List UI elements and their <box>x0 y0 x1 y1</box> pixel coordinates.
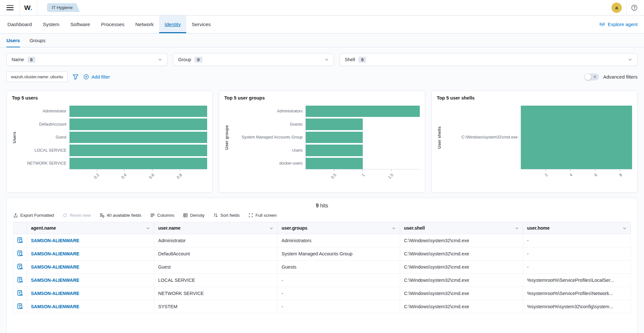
cell-user-shell: C:\Windows\system32\cmd.exe <box>400 234 523 247</box>
table-row: SAMSON-ALIENWARELOCAL SERVICE-C:\Windows… <box>14 274 631 287</box>
active-filter-pill[interactable]: wazuh.cluster.name: ubuntu <box>6 71 68 82</box>
columns-button[interactable]: Columns <box>150 213 174 218</box>
chevron-down-icon <box>628 57 632 62</box>
expand-row-icon[interactable] <box>17 276 24 283</box>
module-nav: DashboardSystemSoftwareProcessesNetworkI… <box>0 15 644 33</box>
wazuh-logo[interactable]: W. <box>24 4 33 12</box>
bar <box>70 158 207 169</box>
category-label: Guests <box>231 119 305 130</box>
avatar[interactable]: a <box>611 3 622 13</box>
signal-icon <box>599 22 605 27</box>
tool-label: Reset view <box>70 213 91 218</box>
column-header-user-shell[interactable]: user.shell <box>400 222 523 234</box>
cell-user-name: Guest <box>154 261 278 274</box>
column-header-user-name[interactable]: user.name <box>154 222 278 234</box>
agent-link[interactable]: SAMSON-ALIENWARE <box>27 261 154 274</box>
nav-tab-network[interactable]: Network <box>130 15 159 33</box>
x-tick-label: 1 <box>361 173 366 177</box>
column-header-user-home[interactable]: user.home <box>523 222 631 234</box>
tool-label: 40 available fields <box>107 213 141 218</box>
expand-row-icon[interactable] <box>17 237 24 243</box>
charts-row: Top 5 users Users AdministratorDefaultAc… <box>6 90 638 193</box>
explore-agent-button[interactable]: Explore agent <box>595 15 642 33</box>
available-fields-icon <box>100 213 104 218</box>
shell-filter-select[interactable]: Shell 0 <box>340 53 638 66</box>
results-panel: 9 hits Export FormattedReset view40 avai… <box>6 198 638 333</box>
bar <box>306 145 363 156</box>
sort-fields-button[interactable]: Sort fields <box>213 213 240 218</box>
close-icon <box>593 75 597 79</box>
x-tick-label: 0.6 <box>148 173 155 180</box>
column-header-user-groups[interactable]: user.groups <box>278 222 400 234</box>
y-axis-label: User groups <box>224 106 231 169</box>
fullscreen-icon <box>248 213 253 218</box>
40-available-fields-button[interactable]: 40 available fields <box>100 213 141 218</box>
nav-tab-software[interactable]: Software <box>65 15 96 33</box>
filter-funnel-icon[interactable] <box>72 74 79 80</box>
cell-user-groups: Administrators <box>278 234 400 247</box>
cell-user-home: - <box>523 247 631 261</box>
bar-plot: C:\Windows\system32\cmd.exe2468 <box>443 106 632 186</box>
y-axis-label: Users <box>12 106 18 169</box>
table-row: SAMSON-ALIENWAREAdministratorAdministrat… <box>14 234 631 247</box>
menu-icon[interactable] <box>6 5 14 10</box>
count-badge: 0 <box>28 57 35 63</box>
advanced-filters-toggle[interactable] <box>584 73 599 81</box>
density-icon <box>183 213 188 218</box>
expand-row-icon[interactable] <box>17 250 24 257</box>
nav-tab-dashboard[interactable]: Dashboard <box>2 15 37 33</box>
agent-link[interactable]: SAMSON-ALIENWARE <box>27 274 154 287</box>
identity-subtabs: UsersGroups <box>0 33 644 47</box>
cell-user-name: LOCAL SERVICE <box>154 274 278 287</box>
expand-row-icon[interactable] <box>17 263 24 270</box>
agent-link[interactable]: SAMSON-ALIENWARE <box>27 234 154 247</box>
help-icon[interactable] <box>631 5 638 11</box>
column-label: user.name <box>158 225 180 231</box>
density-button[interactable]: Density <box>183 213 205 218</box>
bar <box>306 119 363 130</box>
cell-user-name: NETWORK SERVICE <box>154 287 278 300</box>
filter-selects-row: Name 0 Group 0 Shell 0 <box>6 53 638 66</box>
chevron-down-icon <box>324 57 329 62</box>
nav-tab-processes[interactable]: Processes <box>96 15 130 33</box>
cell-user-name: Administrator <box>154 234 278 247</box>
bar <box>306 158 363 169</box>
hits-count: 9 hits <box>13 203 631 209</box>
app-badge[interactable]: IT Hygiene <box>47 3 80 12</box>
nav-tab-system[interactable]: System <box>37 15 65 33</box>
divider <box>19 0 20 15</box>
subtab-users[interactable]: Users <box>6 38 20 47</box>
bar-plot: AdministratorsGuestsSystem Managed Accou… <box>231 106 419 186</box>
nav-tab-identity[interactable]: Identity <box>159 15 186 33</box>
agent-link[interactable]: SAMSON-ALIENWARE <box>27 300 154 313</box>
agent-link[interactable]: SAMSON-ALIENWARE <box>27 287 154 300</box>
tool-label: Sort fields <box>220 213 240 218</box>
subtab-groups[interactable]: Groups <box>30 38 45 47</box>
chart-title: Top 5 users <box>12 95 207 100</box>
cell-user-groups: - <box>278 274 400 287</box>
add-filter-button[interactable]: Add filter <box>83 74 110 80</box>
name-filter-select[interactable]: Name 0 <box>6 53 168 66</box>
x-tick-label: 6 <box>593 173 598 177</box>
group-filter-select[interactable]: Group 0 <box>173 53 334 66</box>
category-label: C:\Windows\system32\cmd.exe <box>443 106 521 169</box>
x-tick-label: 8 <box>618 173 623 177</box>
cell-user-shell: C:\Windows\system32\cmd.exe <box>400 287 523 300</box>
expand-row-icon[interactable] <box>17 303 24 309</box>
table-row: SAMSON-ALIENWAREGuestGuestsC:\Windows\sy… <box>14 261 631 274</box>
divider <box>37 0 37 15</box>
agent-link[interactable]: SAMSON-ALIENWARE <box>27 247 154 261</box>
top-user-groups-chart: Top 5 user groups User groups Administra… <box>219 90 425 193</box>
expand-row-icon[interactable] <box>17 290 24 296</box>
export-formatted-button[interactable]: Export Formatted <box>13 213 54 218</box>
table-toolbar: Export FormattedReset view40 available f… <box>13 213 631 218</box>
y-axis-label: User shells <box>437 106 443 169</box>
reset-view-button: Reset view <box>62 213 91 218</box>
category-label: docker-users <box>231 158 305 169</box>
cell-user-home: %systemroot%\ServiceProfiles\Network... <box>523 287 631 300</box>
full-screen-button[interactable]: Full screen <box>248 213 277 218</box>
cell-user-shell: C:\Windows\system32\cmd.exe <box>400 261 523 274</box>
nav-tab-services[interactable]: Services <box>186 15 216 33</box>
column-header-agent-name[interactable]: agent.name <box>27 222 154 234</box>
top-user-shells-chart: Top 5 user shells User shells C:\Windows… <box>431 90 638 193</box>
